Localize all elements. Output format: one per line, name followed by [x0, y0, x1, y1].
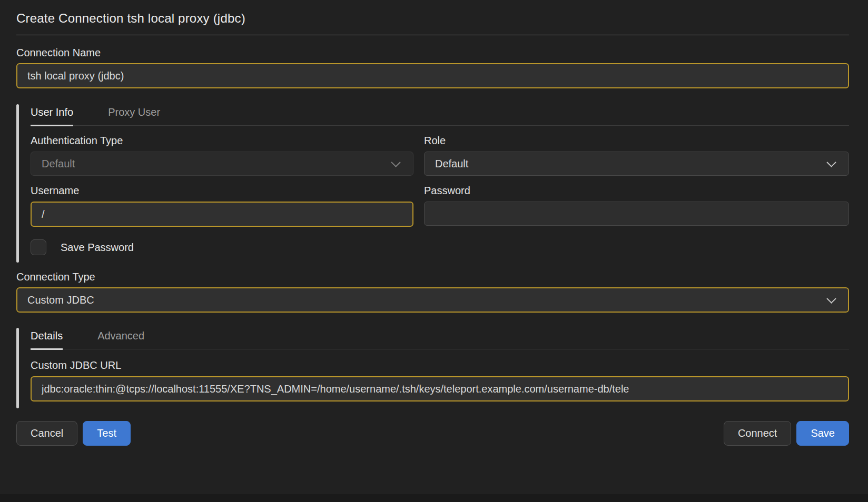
save-password-label: Save Password [61, 242, 134, 254]
save-password-row: Save Password [31, 239, 849, 255]
section-accent-bar [16, 328, 19, 408]
section-accent-bar [16, 104, 19, 263]
window-footer [0, 494, 868, 502]
chevron-down-icon [391, 157, 400, 167]
chevron-down-icon [826, 294, 836, 303]
dialog-title: Create Connection tsh local proxy (jdbc) [16, 11, 849, 26]
username-label: Username [31, 184, 413, 197]
connection-name-label: Connection Name [16, 46, 849, 59]
password-input[interactable] [424, 202, 849, 226]
save-button[interactable]: Save [796, 421, 849, 446]
connection-type-select[interactable]: Custom JDBC [16, 287, 849, 313]
connection-type-label: Connection Type [16, 270, 849, 283]
username-input[interactable] [31, 202, 413, 227]
password-label: Password [424, 184, 849, 197]
connection-type-value: Custom JDBC [27, 294, 94, 306]
role-label: Role [424, 134, 849, 147]
details-section: Details Advanced Custom JDBC URL [16, 328, 849, 408]
cancel-button[interactable]: Cancel [16, 421, 77, 446]
tab-user-info[interactable]: User Info [31, 104, 73, 126]
role-select[interactable]: Default [424, 152, 849, 176]
jdbc-url-input[interactable] [31, 376, 849, 401]
save-password-checkbox[interactable] [31, 239, 46, 255]
chevron-down-icon [826, 157, 836, 167]
user-info-section: User Info Proxy User Authentication Type… [16, 104, 849, 263]
tab-proxy-user[interactable]: Proxy User [108, 104, 160, 126]
auth-type-label: Authentication Type [31, 134, 413, 147]
title-divider [16, 35, 849, 35]
dialog-actions: Cancel Test Connect Save [16, 421, 849, 446]
auth-type-value: Default [42, 158, 75, 170]
test-button[interactable]: Test [83, 421, 131, 446]
details-tabs: Details Advanced [31, 328, 849, 349]
auth-type-select[interactable]: Default [31, 152, 413, 176]
connect-button[interactable]: Connect [724, 421, 792, 446]
role-value: Default [435, 158, 468, 170]
tab-details[interactable]: Details [31, 328, 63, 350]
create-connection-dialog: Create Connection tsh local proxy (jdbc)… [0, 0, 868, 446]
user-tabs: User Info Proxy User [31, 104, 849, 126]
tab-advanced[interactable]: Advanced [97, 328, 144, 350]
jdbc-url-label: Custom JDBC URL [31, 359, 849, 372]
connection-name-input[interactable] [16, 63, 849, 88]
